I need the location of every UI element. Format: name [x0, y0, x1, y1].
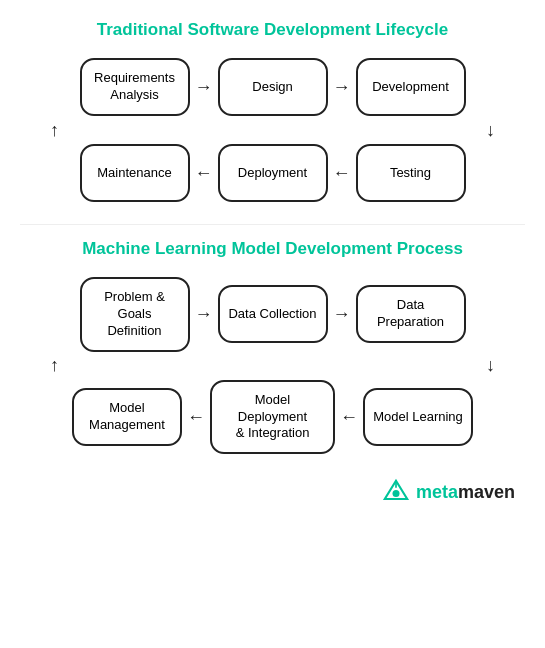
ml-title: Machine Learning Model Development Proce…: [20, 239, 525, 259]
arrow-prob-data: →: [190, 305, 218, 323]
section-divider: [20, 224, 525, 225]
arrow-req-design: →: [190, 78, 218, 96]
design-box: Design: [218, 58, 328, 116]
model-learning-box: Model Learning: [363, 388, 473, 446]
ml-row2: ModelManagement ← Model Deployment& Inte…: [20, 380, 525, 455]
ml-section: Machine Learning Model Development Proce…: [20, 239, 525, 454]
model-management-box: ModelManagement: [72, 388, 182, 446]
arrow-data-prep-down: ↓: [486, 352, 495, 380]
ml-diagram: Problem & GoalsDefinition → Data Collect…: [20, 277, 525, 454]
data-collection-box: Data Collection: [218, 285, 328, 343]
maintenance-box: Maintenance: [80, 144, 190, 202]
arrow-model-mgmt-up: ↑: [50, 352, 59, 380]
arrow-deploy-maint: ←: [190, 164, 218, 182]
arrow-test-deploy: ←: [328, 164, 356, 182]
arrow-deploy-mgmt: ←: [182, 408, 210, 426]
sdlc-row2: Maintenance ← Deployment ← Testing: [20, 144, 525, 202]
ml-row1: Problem & GoalsDefinition → Data Collect…: [20, 277, 525, 352]
svg-point-1: [392, 490, 399, 497]
development-box: Development: [356, 58, 466, 116]
deployment-box: Deployment: [218, 144, 328, 202]
model-deployment-box: Model Deployment& Integration: [210, 380, 335, 455]
sdlc-row1: RequirementsAnalysis → Design → Developm…: [20, 58, 525, 116]
sdlc-title: Traditional Software Development Lifecyc…: [20, 20, 525, 40]
metamaven-logo-icon: [382, 478, 410, 506]
sdlc-section: Traditional Software Development Lifecyc…: [20, 20, 525, 202]
problem-goals-box: Problem & GoalsDefinition: [80, 277, 190, 352]
data-preparation-box: Data Preparation: [356, 285, 466, 343]
arrow-learn-deploy: ←: [335, 408, 363, 426]
arrow-data-prep: →: [328, 305, 356, 323]
logo-text: metametamavenmaven: [416, 482, 515, 503]
requirements-box: RequirementsAnalysis: [80, 58, 190, 116]
ml-vertical-connectors: ↑ ↓: [20, 352, 525, 380]
sdlc-vertical-connectors: ↑ ↓: [20, 116, 525, 144]
arrow-design-dev: →: [328, 78, 356, 96]
logo-area: metametamavenmaven: [20, 478, 525, 506]
sdlc-diagram: RequirementsAnalysis → Design → Developm…: [20, 58, 525, 202]
arrow-maint-up: ↑: [50, 116, 59, 144]
arrow-dev-down: ↓: [486, 116, 495, 144]
testing-box: Testing: [356, 144, 466, 202]
